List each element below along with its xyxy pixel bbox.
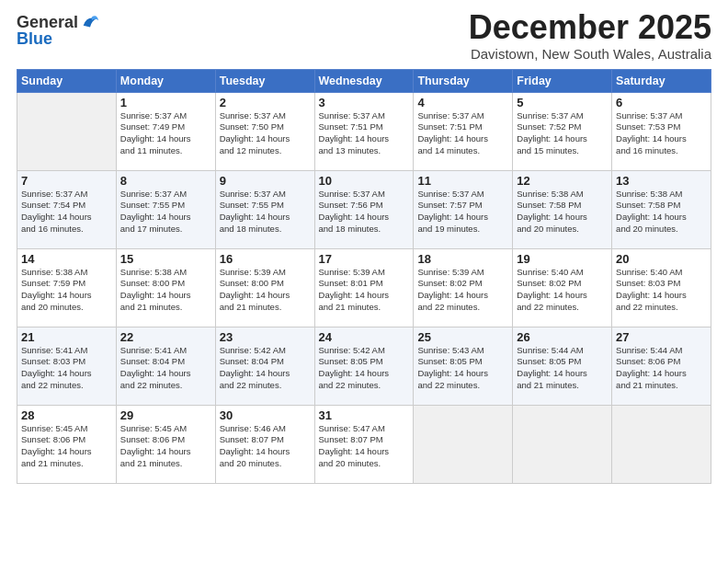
calendar-cell: 1Sunrise: 5:37 AM Sunset: 7:49 PM Daylig… xyxy=(116,92,215,170)
day-info: Sunrise: 5:37 AM Sunset: 7:56 PM Dayligh… xyxy=(319,189,410,236)
calendar-cell: 10Sunrise: 5:37 AM Sunset: 7:56 PM Dayli… xyxy=(314,170,414,248)
calendar-cell: 14Sunrise: 5:38 AM Sunset: 7:59 PM Dayli… xyxy=(17,248,117,327)
calendar-cell: 17Sunrise: 5:39 AM Sunset: 8:01 PM Dayli… xyxy=(314,248,414,327)
calendar-header-sunday: Sunday xyxy=(17,69,117,92)
logo-icon xyxy=(80,12,100,32)
day-number: 7 xyxy=(21,174,112,188)
calendar-week-row: 7Sunrise: 5:37 AM Sunset: 7:54 PM Daylig… xyxy=(17,170,711,248)
day-number: 1 xyxy=(120,96,211,109)
day-info: Sunrise: 5:37 AM Sunset: 7:54 PM Dayligh… xyxy=(21,189,112,236)
calendar-cell: 8Sunrise: 5:37 AM Sunset: 7:55 PM Daylig… xyxy=(116,170,215,248)
calendar-cell: 13Sunrise: 5:38 AM Sunset: 7:58 PM Dayli… xyxy=(612,170,711,248)
calendar-header-wednesday: Wednesday xyxy=(314,69,414,92)
calendar-cell: 5Sunrise: 5:37 AM Sunset: 7:52 PM Daylig… xyxy=(513,92,612,170)
day-number: 16 xyxy=(220,252,311,266)
page: General Blue December 2025 Davistown, Ne… xyxy=(0,0,728,563)
day-info: Sunrise: 5:39 AM Sunset: 8:01 PM Dayligh… xyxy=(319,267,410,314)
day-info: Sunrise: 5:38 AM Sunset: 7:58 PM Dayligh… xyxy=(517,189,608,236)
day-number: 3 xyxy=(319,96,410,109)
day-number: 17 xyxy=(319,252,410,266)
day-info: Sunrise: 5:38 AM Sunset: 7:59 PM Dayligh… xyxy=(21,267,112,314)
day-number: 15 xyxy=(120,252,211,266)
day-info: Sunrise: 5:44 AM Sunset: 8:06 PM Dayligh… xyxy=(616,345,707,392)
calendar-cell: 22Sunrise: 5:41 AM Sunset: 8:04 PM Dayli… xyxy=(116,327,215,405)
logo-blue-text: Blue xyxy=(17,29,100,49)
calendar-header-saturday: Saturday xyxy=(612,69,711,92)
day-number: 24 xyxy=(319,330,410,344)
day-number: 8 xyxy=(120,174,211,188)
day-number: 31 xyxy=(319,408,410,422)
calendar-header-monday: Monday xyxy=(116,69,215,92)
calendar-cell: 24Sunrise: 5:42 AM Sunset: 8:05 PM Dayli… xyxy=(314,327,414,405)
calendar-cell xyxy=(17,92,117,170)
day-info: Sunrise: 5:38 AM Sunset: 7:58 PM Dayligh… xyxy=(616,189,707,236)
calendar-cell: 18Sunrise: 5:39 AM Sunset: 8:02 PM Dayli… xyxy=(414,248,513,327)
day-info: Sunrise: 5:43 AM Sunset: 8:05 PM Dayligh… xyxy=(417,345,508,392)
location: Davistown, New South Wales, Australia xyxy=(469,46,711,62)
day-info: Sunrise: 5:47 AM Sunset: 8:07 PM Dayligh… xyxy=(319,423,410,470)
calendar-cell: 7Sunrise: 5:37 AM Sunset: 7:54 PM Daylig… xyxy=(17,170,117,248)
calendar-cell: 11Sunrise: 5:37 AM Sunset: 7:57 PM Dayli… xyxy=(414,170,513,248)
calendar-cell: 3Sunrise: 5:37 AM Sunset: 7:51 PM Daylig… xyxy=(314,92,414,170)
day-number: 13 xyxy=(616,174,707,188)
calendar-cell: 31Sunrise: 5:47 AM Sunset: 8:07 PM Dayli… xyxy=(314,405,414,483)
day-number: 5 xyxy=(517,96,608,109)
calendar-cell: 2Sunrise: 5:37 AM Sunset: 7:50 PM Daylig… xyxy=(215,92,314,170)
day-info: Sunrise: 5:44 AM Sunset: 8:05 PM Dayligh… xyxy=(517,345,608,392)
day-info: Sunrise: 5:39 AM Sunset: 8:00 PM Dayligh… xyxy=(220,267,311,314)
day-number: 29 xyxy=(120,408,211,422)
calendar-cell xyxy=(414,405,513,483)
calendar-cell: 19Sunrise: 5:40 AM Sunset: 8:02 PM Dayli… xyxy=(513,248,612,327)
day-info: Sunrise: 5:37 AM Sunset: 7:55 PM Dayligh… xyxy=(120,189,211,236)
day-info: Sunrise: 5:41 AM Sunset: 8:04 PM Dayligh… xyxy=(120,345,211,392)
calendar-header-row: SundayMondayTuesdayWednesdayThursdayFrid… xyxy=(17,69,711,92)
calendar-cell: 20Sunrise: 5:40 AM Sunset: 8:03 PM Dayli… xyxy=(612,248,711,327)
day-info: Sunrise: 5:37 AM Sunset: 7:52 PM Dayligh… xyxy=(517,110,608,157)
calendar-cell: 6Sunrise: 5:37 AM Sunset: 7:53 PM Daylig… xyxy=(612,92,711,170)
day-number: 2 xyxy=(220,96,311,109)
day-info: Sunrise: 5:42 AM Sunset: 8:05 PM Dayligh… xyxy=(319,345,410,392)
day-number: 25 xyxy=(417,330,508,344)
month-title: December 2025 xyxy=(469,9,711,46)
day-number: 9 xyxy=(220,174,311,188)
day-number: 4 xyxy=(417,96,508,109)
day-number: 14 xyxy=(21,252,112,266)
day-number: 18 xyxy=(417,252,508,266)
calendar-header-thursday: Thursday xyxy=(414,69,513,92)
day-info: Sunrise: 5:37 AM Sunset: 7:53 PM Dayligh… xyxy=(616,110,707,157)
calendar-cell: 27Sunrise: 5:44 AM Sunset: 8:06 PM Dayli… xyxy=(612,327,711,405)
day-info: Sunrise: 5:37 AM Sunset: 7:55 PM Dayligh… xyxy=(220,189,311,236)
calendar-cell: 4Sunrise: 5:37 AM Sunset: 7:51 PM Daylig… xyxy=(414,92,513,170)
calendar: SundayMondayTuesdayWednesdayThursdayFrid… xyxy=(17,69,711,484)
calendar-cell xyxy=(612,405,711,483)
logo: General Blue xyxy=(17,13,100,49)
day-number: 11 xyxy=(417,174,508,188)
day-number: 19 xyxy=(517,252,608,266)
calendar-cell: 25Sunrise: 5:43 AM Sunset: 8:05 PM Dayli… xyxy=(414,327,513,405)
calendar-cell: 16Sunrise: 5:39 AM Sunset: 8:00 PM Dayli… xyxy=(215,248,314,327)
calendar-cell: 21Sunrise: 5:41 AM Sunset: 8:03 PM Dayli… xyxy=(17,327,117,405)
day-info: Sunrise: 5:40 AM Sunset: 8:02 PM Dayligh… xyxy=(517,267,608,314)
day-number: 30 xyxy=(220,408,311,422)
day-number: 22 xyxy=(120,330,211,344)
calendar-cell: 12Sunrise: 5:38 AM Sunset: 7:58 PM Dayli… xyxy=(513,170,612,248)
day-number: 20 xyxy=(616,252,707,266)
day-info: Sunrise: 5:38 AM Sunset: 8:00 PM Dayligh… xyxy=(120,267,211,314)
calendar-cell: 30Sunrise: 5:46 AM Sunset: 8:07 PM Dayli… xyxy=(215,405,314,483)
day-info: Sunrise: 5:42 AM Sunset: 8:04 PM Dayligh… xyxy=(220,345,311,392)
day-number: 12 xyxy=(517,174,608,188)
calendar-week-row: 21Sunrise: 5:41 AM Sunset: 8:03 PM Dayli… xyxy=(17,327,711,405)
day-number: 26 xyxy=(517,330,608,344)
calendar-week-row: 14Sunrise: 5:38 AM Sunset: 7:59 PM Dayli… xyxy=(17,248,711,327)
day-info: Sunrise: 5:39 AM Sunset: 8:02 PM Dayligh… xyxy=(417,267,508,314)
day-info: Sunrise: 5:40 AM Sunset: 8:03 PM Dayligh… xyxy=(616,267,707,314)
calendar-cell: 9Sunrise: 5:37 AM Sunset: 7:55 PM Daylig… xyxy=(215,170,314,248)
day-number: 27 xyxy=(616,330,707,344)
header: General Blue December 2025 Davistown, Ne… xyxy=(17,9,711,62)
day-number: 10 xyxy=(319,174,410,188)
calendar-cell: 23Sunrise: 5:42 AM Sunset: 8:04 PM Dayli… xyxy=(215,327,314,405)
day-number: 23 xyxy=(220,330,311,344)
day-info: Sunrise: 5:45 AM Sunset: 8:06 PM Dayligh… xyxy=(120,423,211,470)
day-number: 28 xyxy=(21,408,112,422)
title-block: December 2025 Davistown, New South Wales… xyxy=(469,9,711,62)
